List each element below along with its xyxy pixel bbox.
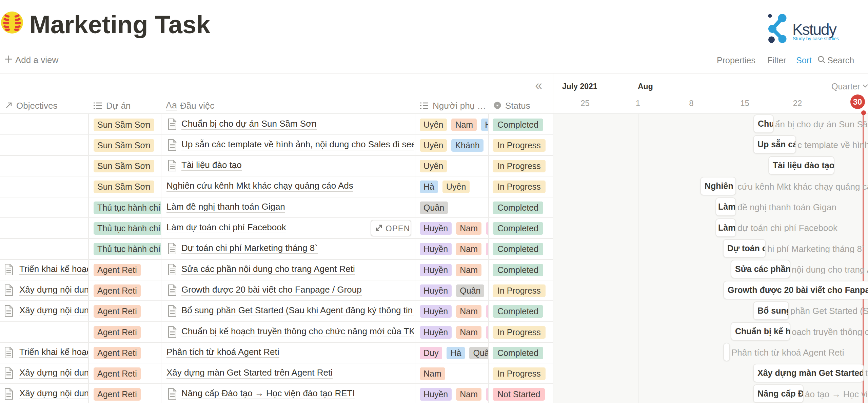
svg-text:Study by case studies: Study by case studies (793, 36, 839, 41)
